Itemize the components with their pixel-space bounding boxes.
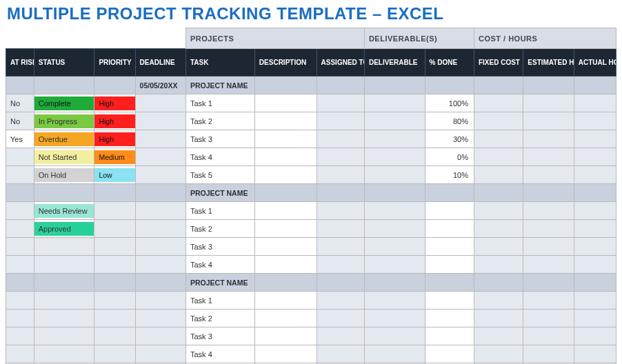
pct-done-cell[interactable]: 100%: [425, 94, 474, 112]
priority-cell[interactable]: High: [94, 112, 135, 130]
project-name-cell[interactable]: PROJECT NAME: [185, 77, 254, 94]
deadline-cell[interactable]: [135, 94, 185, 112]
table-row: On Hold Low Task 5 10%: [6, 166, 616, 184]
task-cell[interactable]: Task 1: [185, 292, 254, 310]
task-cell[interactable]: Task 1: [185, 202, 254, 220]
status-cell[interactable]: Approved: [34, 220, 94, 238]
at-risk-cell[interactable]: [6, 148, 34, 166]
description-cell[interactable]: [254, 94, 317, 112]
at-risk-cell[interactable]: [6, 166, 34, 184]
table-row: No Complete High Task 1 100%: [6, 94, 616, 112]
pct-done-cell[interactable]: 0%: [425, 148, 474, 166]
section-cost: COST / HOURS: [474, 28, 616, 49]
actual-hours-cell[interactable]: [574, 94, 616, 112]
status-cell[interactable]: In Progress: [34, 112, 94, 130]
task-cell[interactable]: Task 5: [185, 166, 254, 184]
page-title: MULTIPLE PROJECT TRACKING TEMPLATE – EXC…: [7, 4, 616, 23]
table-row: Needs Review Task 1: [6, 202, 616, 220]
section-header-row: PROJECTS DELIVERABLE(S) COST / HOURS: [6, 28, 616, 49]
at-risk-cell[interactable]: No: [6, 112, 34, 130]
project-group-row: PROJECT NAME: [6, 274, 616, 292]
header-fixed-cost: FIXED COST: [474, 49, 523, 77]
status-cell[interactable]: Overdue: [34, 130, 94, 148]
task-cell[interactable]: Task 4: [185, 345, 254, 363]
at-risk-cell[interactable]: No: [6, 94, 34, 112]
table-row: Task 3: [6, 327, 616, 345]
header-deadline: DEADLINE: [135, 49, 185, 77]
table-row: Task 2: [6, 310, 616, 327]
tracking-table: PROJECTS DELIVERABLE(S) COST / HOURS AT …: [6, 28, 616, 364]
table-row: No In Progress High Task 2 80%: [6, 112, 616, 130]
header-assigned-to: ASSIGNED TO: [317, 49, 364, 77]
section-projects: PROJECTS: [185, 28, 364, 49]
pct-done-cell[interactable]: 30%: [425, 130, 474, 148]
task-cell[interactable]: Task 2: [185, 112, 254, 130]
priority-cell[interactable]: High: [94, 130, 135, 148]
assigned-cell[interactable]: [317, 94, 364, 112]
table-row: Approved Task 2: [6, 220, 616, 238]
column-header-row: AT RISK STATUS PRIORITY DEADLINE TASK DE…: [6, 49, 616, 77]
table-row: Task 4: [6, 256, 616, 274]
header-pct-done: % DONE: [425, 49, 474, 77]
group-deadline[interactable]: 05/05/20XX: [135, 77, 185, 94]
header-status: STATUS: [34, 49, 94, 77]
priority-cell[interactable]: Low: [94, 166, 135, 184]
status-cell[interactable]: On Hold: [34, 166, 94, 184]
fixed-cost-cell[interactable]: [474, 94, 523, 112]
header-priority: PRIORITY: [94, 49, 135, 77]
project-group-row: 05/05/20XX PROJECT NAME: [6, 77, 616, 94]
section-blank: [6, 28, 186, 49]
task-cell[interactable]: Task 3: [185, 130, 254, 148]
pct-done-cell[interactable]: 80%: [425, 112, 474, 130]
pct-done-cell[interactable]: 10%: [425, 166, 474, 184]
header-actual-hours: ACTUAL HOURS: [574, 49, 616, 77]
header-at-risk: AT RISK: [6, 49, 34, 77]
header-deliverable: DELIVERABLE: [364, 49, 425, 77]
section-deliverables: DELIVERABLE(S): [364, 28, 474, 49]
priority-cell[interactable]: High: [94, 94, 135, 112]
task-cell[interactable]: Task 2: [185, 220, 254, 238]
at-risk-cell[interactable]: Yes: [6, 130, 34, 148]
table-row: Task 3: [6, 238, 616, 256]
task-cell[interactable]: Task 4: [185, 256, 254, 274]
status-cell[interactable]: Not Started: [34, 148, 94, 166]
project-name-cell[interactable]: PROJECT NAME: [185, 184, 254, 202]
task-cell[interactable]: Task 4: [185, 148, 254, 166]
table-row: Task 1: [6, 292, 616, 310]
header-task: TASK: [185, 49, 254, 77]
table-row: Yes Overdue High Task 3 30%: [6, 130, 616, 148]
header-description: DESCRIPTION: [254, 49, 317, 77]
project-group-row: PROJECT NAME: [6, 184, 616, 202]
project-name-cell[interactable]: PROJECT NAME: [185, 274, 254, 292]
est-hours-cell[interactable]: [523, 94, 574, 112]
priority-cell[interactable]: Medium: [94, 148, 135, 166]
header-est-hours: ESTIMATED HOURS: [523, 49, 574, 77]
task-cell[interactable]: Task 1: [185, 94, 254, 112]
table-row: Not Started Medium Task 4 0%: [6, 148, 616, 166]
task-cell[interactable]: Task 3: [185, 327, 254, 345]
table-row: Task 4: [6, 345, 616, 363]
status-cell[interactable]: Complete: [34, 94, 94, 112]
deliverable-cell[interactable]: [364, 94, 425, 112]
task-cell[interactable]: Task 2: [185, 310, 254, 327]
status-cell[interactable]: Needs Review: [34, 202, 94, 220]
task-cell[interactable]: Task 3: [185, 238, 254, 256]
